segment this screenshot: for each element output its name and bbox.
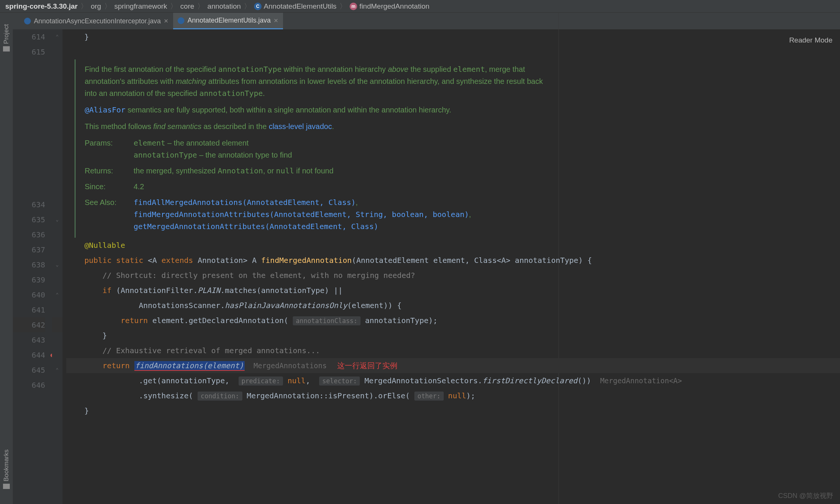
doc-paragraph: Find the first annotation of the specifi…	[85, 63, 556, 99]
param-hint: annotationClass:	[293, 316, 361, 325]
doc-link-see1[interactable]: findAllMergedAnnotations(AnnotatedElemen…	[134, 198, 356, 207]
class-icon: C	[254, 3, 262, 10]
line-number: 639	[13, 272, 45, 287]
line-number: 646	[13, 378, 45, 393]
breadcrumb-class-label: AnnotatedElementUtils	[264, 2, 336, 11]
doc-link-classjavadoc[interactable]: class-level javadoc	[269, 122, 332, 131]
tab-file-2[interactable]: AnnotatedElementUtils.java ✕	[173, 13, 283, 29]
code-line[interactable]: AnnotationsScanner.hasPlainJavaAnnotatio…	[66, 298, 840, 313]
close-icon[interactable]: ✕	[164, 18, 169, 24]
line-number: 636	[13, 227, 45, 242]
breadcrumb-method[interactable]: m findMergedAnnotation	[350, 2, 429, 11]
breadcrumb-class[interactable]: C AnnotatedElementUtils	[254, 2, 336, 11]
doc-seealso-label: See Also:	[85, 196, 134, 232]
code-line[interactable]	[66, 418, 840, 433]
bookmarks-tool-button[interactable]: Bookmarks	[3, 449, 10, 489]
editor-tabs: AnnotationAsyncExecutionInterceptor.java…	[13, 13, 840, 29]
line-number: 615	[13, 44, 45, 59]
javadoc-block: Find the first annotation of the specifi…	[75, 59, 556, 238]
chevron-right-icon: 〉	[81, 2, 88, 11]
doc-since-label: Since:	[85, 181, 134, 193]
fold-marker[interactable]: ⌃	[52, 363, 62, 378]
line-number: 634	[13, 197, 45, 212]
line-number: 635	[13, 212, 45, 227]
highlighted-call[interactable]: findAnnotations(element)	[134, 361, 245, 371]
line-number: 642	[13, 317, 45, 332]
bookmark-icon	[3, 484, 10, 489]
code-editor[interactable]: 614 615 634 635 636 637 638 639 640 641 …	[13, 29, 840, 504]
code-line[interactable]: .synthesize( condition: MergedAnnotation…	[66, 388, 840, 403]
doc-returns-label: Returns:	[85, 165, 134, 177]
close-icon[interactable]: ✕	[274, 17, 278, 24]
user-annotation: 这一行返回了实例	[337, 361, 397, 370]
code-line[interactable]: }	[66, 328, 840, 343]
inlay-hint: MergedAnnotations	[254, 361, 327, 370]
bookmarks-label: Bookmarks	[3, 449, 10, 481]
param-hint: selector:	[319, 376, 360, 386]
project-label: Project	[3, 24, 10, 44]
code-line[interactable]: .get(annotationType, predicate: null, se…	[66, 373, 840, 388]
code-line[interactable]: @Nullable	[66, 238, 840, 253]
line-number-gutter: 614 615 634 635 636 637 638 639 640 641 …	[13, 29, 52, 504]
tab-file-1[interactable]: AnnotationAsyncExecutionInterceptor.java…	[20, 13, 173, 29]
watermark: CSDN @简放视野	[778, 491, 833, 500]
doc-seealso: findAllMergedAnnotations(AnnotatedElemen…	[134, 196, 556, 232]
param-hint: other:	[414, 392, 443, 401]
code-line[interactable]: public static <A extends Annotation> A f…	[66, 253, 840, 268]
breadcrumb-pkg[interactable]: core	[180, 2, 194, 11]
doc-link-see2[interactable]: findMergedAnnotationAttributes(Annotated…	[134, 210, 469, 219]
chevron-right-icon: 〉	[339, 2, 347, 11]
doc-params-label: Params:	[85, 137, 134, 161]
code-line[interactable]: return element.getDeclaredAnnotation( an…	[66, 313, 840, 328]
breadcrumb-root[interactable]: spring-core-5.3.30.jar	[5, 2, 78, 11]
project-tool-button[interactable]: Project	[3, 24, 10, 52]
doc-link-aliasfor[interactable]: @AliasFor	[85, 105, 125, 114]
chevron-right-icon: 〉	[170, 2, 177, 11]
editor-area: AnnotationAsyncExecutionInterceptor.java…	[13, 13, 840, 504]
code-line[interactable]: }	[66, 403, 840, 418]
tab-label: AnnotatedElementUtils.java	[187, 17, 271, 24]
doc-since: 4.2	[134, 181, 556, 193]
folder-icon	[3, 46, 10, 52]
chevron-right-icon: 〉	[197, 2, 204, 11]
breadcrumb-pkg[interactable]: springframework	[114, 2, 167, 11]
code-line-current[interactable]: return findAnnotations(element) MergedAn…	[66, 358, 840, 373]
breadcrumb-pkg[interactable]: org	[91, 2, 101, 11]
class-file-icon	[178, 17, 184, 24]
fold-marker[interactable]: ⌃	[52, 287, 62, 302]
line-number: 637	[13, 242, 45, 257]
doc-paragraph: This method follows find semantics as de…	[85, 120, 556, 132]
chevron-right-icon: 〉	[104, 2, 111, 11]
tab-label: AnnotationAsyncExecutionInterceptor.java	[34, 17, 161, 25]
doc-param: element – the annotated elementannotatio…	[134, 137, 556, 161]
left-tool-rail: Project Bookmarks	[0, 13, 13, 504]
breadcrumb: spring-core-5.3.30.jar 〉 org 〉 springfra…	[0, 0, 840, 13]
fold-marker[interactable]: ⌄	[52, 212, 62, 227]
doc-paragraph: @AliasFor semantics are fully supported,…	[85, 104, 556, 116]
method-icon: m	[350, 3, 357, 10]
line-number: 640	[13, 287, 45, 302]
inlay-hint: MergedAnnotation<A>	[600, 376, 682, 385]
breadcrumb-pkg[interactable]: annotation	[207, 2, 241, 11]
param-hint: condition:	[198, 392, 242, 401]
fold-marker[interactable]: ⌄	[52, 257, 62, 272]
doc-link-see3[interactable]: getMergedAnnotationAttributes(AnnotatedE…	[134, 222, 378, 231]
chevron-right-icon: 〉	[244, 2, 251, 11]
code-line[interactable]: if (AnnotationFilter.PLAIN.matches(annot…	[66, 283, 840, 298]
code-body[interactable]: } Find the first annotation of the speci…	[62, 29, 840, 504]
param-hint: predicate:	[239, 376, 283, 386]
line-number: 641	[13, 302, 45, 317]
line-number: 614	[13, 29, 45, 44]
doc-returns: the merged, synthesized Annotation, or n…	[134, 165, 556, 177]
fold-gutter: ⌃ ⌄ ⌄ ⌃ ⌃	[52, 29, 62, 504]
code-line[interactable]: // Exhaustive retrieval of merged annota…	[66, 343, 840, 358]
class-file-icon	[24, 18, 31, 24]
line-number: 638	[13, 257, 45, 272]
code-line[interactable]: }	[66, 29, 840, 44]
code-line[interactable]: // Shortcut: directly present on the ele…	[66, 268, 840, 283]
fold-marker[interactable]: ⌃	[52, 29, 62, 44]
line-number: 645	[13, 363, 45, 378]
code-line[interactable]	[66, 44, 840, 59]
breadcrumb-method-label: findMergedAnnotation	[359, 2, 429, 11]
line-number: 643	[13, 332, 45, 348]
